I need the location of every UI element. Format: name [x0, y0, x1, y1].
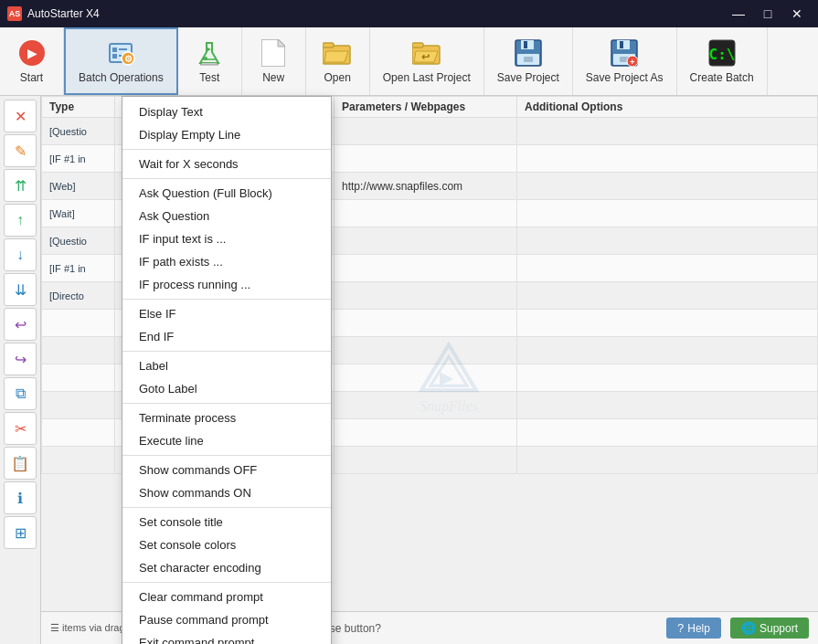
svg-marker-9	[278, 39, 285, 47]
svg-rect-11	[323, 43, 334, 48]
open-last-button[interactable]: ↩ Open Last Project	[370, 27, 484, 95]
menu-item-if-process[interactable]: IF process running ...	[122, 273, 331, 296]
open-last-label: Open Last Project	[383, 71, 471, 84]
sidebar: ✕ ✎ ⇈ ↑ ↓ ⇊ ↩ ↪ ⧉ ✂ 📋 ℹ ⊞	[0, 96, 41, 644]
menu-item-display-empty[interactable]: Display Empty Line	[122, 123, 331, 146]
svg-text:+: +	[631, 58, 635, 67]
menu-item-pause-cmd[interactable]: Pause command prompt	[122, 608, 331, 631]
save-label: Save Project	[497, 71, 559, 84]
cell-params	[335, 227, 517, 255]
open-button[interactable]: Open	[306, 27, 370, 95]
cell-params	[335, 200, 517, 227]
col-type: Type	[42, 97, 115, 118]
action-right-button[interactable]: ↪	[4, 343, 37, 375]
svg-rect-2	[112, 54, 117, 58]
save-as-icon: +	[611, 39, 638, 67]
svg-rect-19	[524, 57, 533, 62]
cell-type: [Web]	[42, 173, 115, 200]
move-up-fast-button[interactable]: ⇈	[4, 169, 37, 202]
cell-type: [Questio	[42, 118, 115, 145]
delete-button[interactable]: ✕	[4, 100, 37, 132]
cell-params: http://www.snapfiles.com	[335, 173, 517, 200]
menu-item-goto[interactable]: Goto Label	[122, 377, 331, 400]
cut-button[interactable]: ✂	[4, 412, 37, 445]
cell-options	[517, 200, 818, 227]
test-button[interactable]: Test	[178, 27, 242, 95]
new-button[interactable]: New	[242, 27, 306, 95]
open-icon	[323, 40, 352, 66]
menu-item-exit-cmd[interactable]: Exit command prompt	[122, 631, 331, 644]
menu-item-wait[interactable]: Wait for X seconds	[122, 153, 331, 175]
move-down-button[interactable]: ↓	[4, 238, 37, 271]
support-label: Support	[760, 622, 798, 635]
svg-rect-3	[119, 48, 127, 50]
menu-separator	[122, 149, 331, 150]
start-button[interactable]: Start	[0, 27, 64, 95]
menu-separator	[122, 507, 331, 508]
menu-item-ask-full[interactable]: Ask Question (Full Block)	[122, 182, 331, 205]
menu-item-if-input[interactable]: IF input text is ...	[122, 227, 331, 250]
menu-separator	[122, 455, 331, 456]
create-batch-icon: C:\	[708, 39, 736, 67]
menu-item-if-path[interactable]: IF path exists ...	[122, 250, 331, 273]
menu-item-display-text[interactable]: Display Text	[122, 100, 331, 123]
open-last-icon: ↩	[412, 40, 441, 66]
cell-params	[335, 282, 517, 310]
cell-options	[517, 145, 818, 173]
new-icon	[261, 39, 285, 67]
copy-button[interactable]: ⧉	[4, 377, 37, 410]
menu-item-execute[interactable]: Execute line	[122, 429, 331, 452]
save-as-button[interactable]: + Save Project As	[573, 27, 677, 95]
cell-type: [IF #1 in	[42, 255, 115, 282]
menu-item-else-if[interactable]: Else IF	[122, 302, 331, 325]
svg-text:⚙: ⚙	[124, 54, 133, 64]
svg-rect-17	[524, 41, 527, 48]
help-icon: ?	[677, 621, 684, 635]
help-button[interactable]: ? Help	[666, 618, 721, 639]
minimize-button[interactable]: —	[725, 4, 752, 24]
extra-button[interactable]: ⊞	[4, 516, 37, 549]
col-options: Additional Options	[517, 97, 818, 118]
menu-item-show-on[interactable]: Show commands ON	[122, 481, 331, 504]
cell-params	[335, 145, 517, 173]
batch-operations-button[interactable]: ⚙ Batch Operations	[64, 27, 178, 95]
dropdown-menu: Display Text Display Empty Line Wait for…	[122, 96, 332, 644]
menu-item-console-title[interactable]: Set console title	[122, 511, 331, 533]
create-batch-button[interactable]: C:\ Create Batch	[677, 27, 768, 95]
menu-separator	[122, 178, 331, 179]
svg-rect-13	[412, 43, 423, 48]
move-up-button[interactable]: ↑	[4, 204, 37, 237]
menu-item-terminate[interactable]: Terminate process	[122, 406, 331, 429]
test-icon	[196, 39, 223, 67]
start-label: Start	[20, 71, 43, 84]
info-button[interactable]: ℹ	[4, 481, 37, 514]
batch-icon: ⚙	[106, 38, 135, 68]
action-left-button[interactable]: ↩	[4, 308, 37, 341]
paste-button[interactable]: 📋	[4, 447, 37, 480]
close-button[interactable]: ✕	[783, 4, 811, 24]
window-controls: — □ ✕	[725, 4, 811, 24]
cell-options	[517, 255, 818, 282]
cell-params	[335, 255, 517, 282]
toolbar: Start ⚙ Batch Operations	[0, 27, 818, 96]
batch-label: Batch Operations	[79, 71, 164, 84]
cell-options	[517, 173, 818, 200]
cell-options	[517, 227, 818, 255]
svg-rect-22	[620, 41, 623, 48]
move-down-fast-button[interactable]: ⇊	[4, 273, 37, 306]
new-label: New	[262, 71, 284, 84]
menu-item-show-off[interactable]: Show commands OFF	[122, 459, 331, 481]
menu-item-label[interactable]: Label	[122, 354, 331, 377]
cell-type: [Wait]	[42, 200, 115, 227]
menu-item-end-if[interactable]: End IF	[122, 325, 331, 348]
menu-item-console-colors[interactable]: Set console colors	[122, 533, 331, 556]
maximize-button[interactable]: □	[754, 4, 781, 24]
help-label: Help	[687, 622, 710, 635]
menu-item-char-encoding[interactable]: Set character encoding	[122, 556, 331, 579]
edit-button[interactable]: ✎	[4, 134, 37, 167]
support-button[interactable]: 🌐 Support	[730, 618, 809, 639]
menu-item-ask[interactable]: Ask Question	[122, 205, 331, 227]
save-button[interactable]: Save Project	[484, 27, 573, 95]
menu-item-clear-cmd[interactable]: Clear command prompt	[122, 586, 331, 608]
start-icon	[19, 40, 45, 66]
